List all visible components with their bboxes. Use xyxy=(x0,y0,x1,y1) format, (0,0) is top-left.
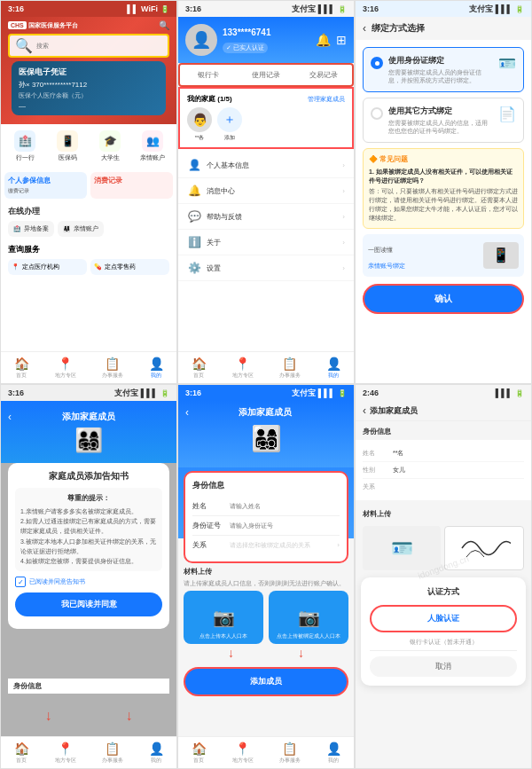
info-card-title-1: 个人参保信息 xyxy=(8,176,83,185)
binding-option-other[interactable]: 使用其它方式绑定 您需要被绑定成员人员的信息，适用您也您也的证件号码绑定。 📄 xyxy=(363,98,524,143)
menu-about[interactable]: ℹ️ 关于 › xyxy=(178,230,354,255)
status-time-4: 3:16 xyxy=(8,388,24,397)
family-member-add[interactable]: ＋ 添加 xyxy=(217,107,242,142)
nav-home-5[interactable]: 🏠 首页 xyxy=(192,742,207,765)
s4-header-bg: ‹ 添加家庭成员 ‹ 👨‍👩‍👧‍👦 xyxy=(1,401,176,463)
nav-service-5[interactable]: 📋 办事服务 xyxy=(279,742,301,765)
bottom-nav-2: 🏠 首页 📍 地方专区 📋 办事服务 👤 我的 xyxy=(178,351,354,383)
menu-item-2[interactable]: 📱 医保码 xyxy=(47,128,88,165)
menu-item-3[interactable]: 🎓 大学生 xyxy=(90,128,130,165)
s6-nav-header: ‹ 添加家庭成员 xyxy=(356,401,531,421)
checkbox-label: 已阅读并同意告知书 xyxy=(29,577,85,586)
family-manage-btn[interactable]: 管理家庭成员 xyxy=(308,95,345,104)
nav-home-1[interactable]: 🏠 首页 xyxy=(14,357,29,380)
nav-region-label-2: 地方专区 xyxy=(232,372,254,380)
radio-other xyxy=(371,107,383,120)
status-bar-5: 3:16 支付宝 ▌▌▌ 🔋 xyxy=(178,385,354,401)
nav-region-1[interactable]: 📍 地方专区 xyxy=(55,357,76,380)
user-avatar: 👤 xyxy=(185,24,217,56)
nav-service-2[interactable]: 📋 办事服务 xyxy=(279,357,301,380)
nav-region-label-1: 地方专区 xyxy=(55,372,76,380)
cancel-btn-6[interactable]: 取消 xyxy=(370,656,517,677)
tab-bank-card[interactable]: 银行卡 xyxy=(180,65,238,85)
search-icon[interactable]: 🔍 xyxy=(159,20,169,30)
menu-message[interactable]: 🔔 消息中心 › xyxy=(178,178,354,204)
s5-header: ‹ 添加家庭成员 ‹ 👨‍👩‍👧‍👦 xyxy=(178,401,354,467)
back-btn-3[interactable]: ‹ xyxy=(363,22,366,35)
upload-arrows-5: ↓ ↓ xyxy=(178,644,354,662)
notification-icon[interactable]: 🔔 xyxy=(316,33,331,47)
search-input[interactable] xyxy=(36,43,162,49)
menu-item-4[interactable]: 👥 亲情账户 xyxy=(132,128,173,165)
photo-content-1: 🪪 xyxy=(391,538,413,559)
back-btn-6[interactable]: ‹ xyxy=(363,404,366,417)
menu-item-1[interactable]: 🏥 行一行 xyxy=(4,128,45,165)
mine-label-5: 我的 xyxy=(328,757,339,765)
nav-mine-2[interactable]: 👤 我的 xyxy=(326,357,341,380)
search-icon-inner: 🔍 xyxy=(15,37,33,54)
submit-btn-5[interactable]: 添加成员 xyxy=(184,667,348,696)
nav-mine-4[interactable]: 👤 我的 xyxy=(149,742,164,765)
medical-card: 医保电子凭证 孙× 370**********7112 医保个人医疗余额（元） … xyxy=(12,61,166,115)
info-card-participation[interactable]: 个人参保信息 缴费记录 xyxy=(4,172,87,199)
nav-region-2[interactable]: 📍 地方专区 xyxy=(232,357,254,380)
confirm-button-3[interactable]: 确认 xyxy=(363,284,524,314)
nav-mine-1[interactable]: 👤 我的 xyxy=(149,357,164,380)
phone-number: 133****6741 xyxy=(223,27,310,37)
nav-region-5[interactable]: 📍 地方专区 xyxy=(232,742,254,765)
form-relation-placeholder: 请选择您和被绑定成员的关系 xyxy=(230,541,332,550)
form-id-label: 身份证号 xyxy=(192,521,224,530)
agree-checkbox[interactable]: ✓ xyxy=(15,577,26,587)
nav-home-2[interactable]: 🏠 首页 xyxy=(192,357,207,380)
info-card-title-2: 消费记录 xyxy=(94,176,169,185)
query-pharmacy[interactable]: 💊 定点零售药 xyxy=(90,259,169,275)
card-name: 孙× 370**********7112 xyxy=(19,80,159,90)
mine-label-4: 我的 xyxy=(151,757,161,765)
offsite-icon: 🏥 xyxy=(13,225,21,232)
family-icon: 👨‍👩‍👧 xyxy=(63,225,71,232)
guide-content: 一图读懂 亲情账号绑定 xyxy=(368,239,478,271)
region-icon-1: 📍 xyxy=(58,357,73,371)
online-family[interactable]: 👨‍👩‍👧 亲情账户 xyxy=(58,221,104,237)
menu-settings[interactable]: ⚙️ 设置 › xyxy=(178,255,354,281)
upload-notice-5: 请上传家庭成员人口信息，否则则则则无法进行账户确认。 xyxy=(184,579,348,587)
upload-box-back[interactable]: 📷 点击上传被绑定成人人口本 xyxy=(269,591,348,644)
menu-help[interactable]: 💬 帮助与反馈 › xyxy=(178,204,354,230)
upload-arrows: ↓ ↓ xyxy=(1,708,176,724)
nav-service-label-2: 办事服务 xyxy=(279,372,301,380)
form-name-input[interactable] xyxy=(230,503,340,509)
nav-region-4[interactable]: 📍 地方专区 xyxy=(55,742,76,765)
binding-option-id[interactable]: 使用身份证绑定 您需要被绑定成员人员的身份证信息，并按照系统方式进行绑定。 🪪 xyxy=(363,47,524,92)
upload-box-front[interactable]: 📷 点击上传本人人口本 xyxy=(184,591,263,644)
option-other-desc: 您需要被绑定成员人员的信息，适用您也您也的证件号码绑定。 xyxy=(388,119,493,135)
nav-service-1[interactable]: 📋 办事服务 xyxy=(102,357,123,380)
page-title-4: 添加家庭成员 xyxy=(62,411,115,423)
form-id-input[interactable] xyxy=(230,522,340,529)
qr-code-icon[interactable]: ⊞ xyxy=(336,33,347,47)
placeholder-4: ‹ xyxy=(166,411,169,423)
s1-search-bar[interactable]: 🔍 xyxy=(8,34,169,58)
nav-mine-5[interactable]: 👤 我的 xyxy=(326,742,341,765)
nav-service-4[interactable]: 📋 办事服务 xyxy=(102,742,123,765)
upload-boxes-5: 📷 点击上传本人人口本 📷 点击上传被绑定成人人口本 xyxy=(184,591,348,644)
nav-home-4[interactable]: 🏠 首页 xyxy=(14,742,29,765)
online-offsite[interactable]: 🏥 异地备案 xyxy=(8,221,54,237)
s4-nav-row: ‹ 添加家庭成员 ‹ xyxy=(8,411,169,423)
back-btn-4[interactable]: ‹ xyxy=(8,411,12,423)
screen-1-medical-card: 3:16 ▌▌ WiFi 🔋 CHS 国家医保服务平台 🔍 🔍 xyxy=(0,0,177,384)
screen-5-add-form: 3:16 支付宝 ▌▌▌ 🔋 ‹ 添加家庭成员 ‹ 👨‍👩‍👧‍👦 身份信息 姓… xyxy=(177,384,355,769)
confirm-btn-4[interactable]: 我已阅读并同意 xyxy=(15,592,162,616)
settings-icon: ⚙️ xyxy=(187,262,201,274)
form-relation-label: 关系 xyxy=(192,540,224,550)
info-card-consumption[interactable]: 消费记录 xyxy=(90,172,173,199)
tab-transaction[interactable]: 交易记录 xyxy=(294,65,352,85)
family-member-1[interactable]: 👨 **各 xyxy=(187,107,212,142)
query-hospital[interactable]: 📍 定点医疗机构 xyxy=(8,259,87,275)
face-auth-btn[interactable]: 人脸认证 xyxy=(370,605,517,632)
menu-profile-info[interactable]: 👤 个人基本信息 › xyxy=(178,153,354,178)
tab-use-record[interactable]: 使用记录 xyxy=(238,65,295,85)
arrow-icon-4: › xyxy=(342,239,345,247)
notice-modal-title: 家庭成员添加告知书 xyxy=(15,470,162,483)
back-btn-5[interactable]: ‹ xyxy=(185,406,189,419)
nav-home-label-1: 首页 xyxy=(16,372,27,380)
